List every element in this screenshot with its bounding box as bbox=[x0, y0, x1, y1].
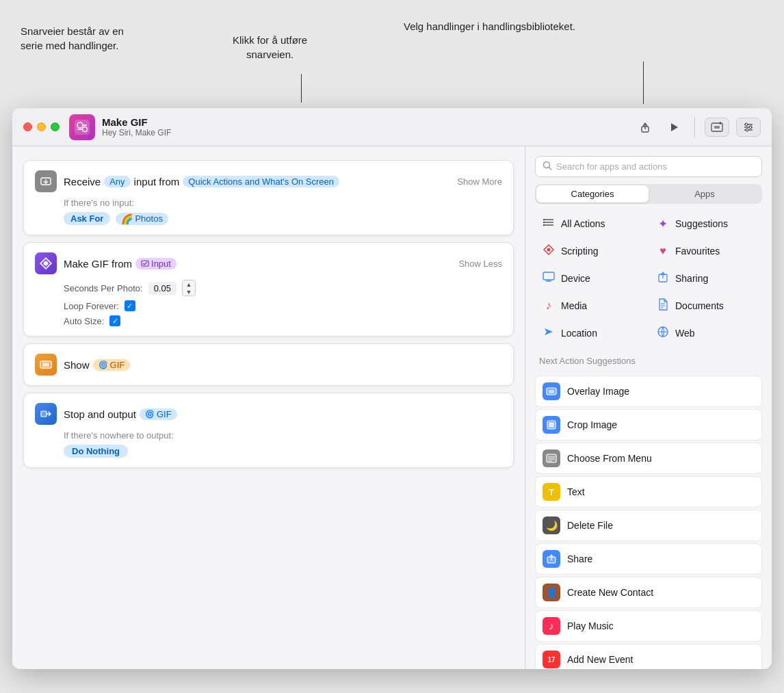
documents-label: Documents bbox=[675, 300, 724, 311]
auto-size-row: Auto Size: ✓ bbox=[64, 315, 502, 326]
show-more-receive[interactable]: Show More bbox=[457, 176, 502, 187]
overlay-image-label: Overlay Image bbox=[567, 386, 629, 397]
svg-rect-21 bbox=[142, 261, 148, 266]
titlebar-actions bbox=[634, 116, 761, 138]
suggestion-share[interactable]: Share bbox=[535, 543, 762, 575]
action-card-make-gif[interactable]: Make GIF from Input Show Less Seconds Pe… bbox=[23, 242, 514, 337]
make-gif-input-chip[interactable]: Input bbox=[135, 258, 177, 270]
svg-marker-7 bbox=[671, 123, 678, 131]
auto-size-label: Auto Size: bbox=[64, 316, 104, 326]
action-card-stop[interactable]: Stop and output 🌀 GIF If there's nowhere… bbox=[23, 393, 514, 468]
show-icon bbox=[35, 354, 57, 376]
tab-bar: Categories Apps bbox=[535, 184, 762, 204]
annotation-center: Klikk for å utføre snarveien. bbox=[233, 33, 307, 62]
annotation-left: Snarveier består av en serie med handlin… bbox=[21, 24, 124, 53]
crop-image-icon bbox=[543, 416, 560, 434]
seconds-stepper[interactable]: ▲ ▼ bbox=[182, 280, 196, 296]
search-bar bbox=[535, 156, 762, 177]
category-documents[interactable]: Documents bbox=[649, 293, 762, 319]
suggestion-overlay-image[interactable]: Overlay Image bbox=[535, 376, 762, 407]
svg-rect-49 bbox=[549, 423, 553, 427]
tab-categories[interactable]: Categories bbox=[536, 185, 649, 202]
category-suggestions[interactable]: ✦ Suggestions bbox=[649, 211, 762, 237]
close-button[interactable] bbox=[23, 122, 32, 131]
scripting-icon bbox=[542, 244, 556, 259]
share-label: Share bbox=[567, 553, 592, 564]
stop-gif-chip[interactable]: 🌀 GIF bbox=[140, 408, 177, 420]
receive-source-chip[interactable]: Quick Actions and What's On Screen bbox=[183, 176, 339, 187]
svg-point-30 bbox=[543, 219, 545, 220]
add-action-toolbar-button[interactable] bbox=[705, 118, 729, 137]
stepper-down[interactable]: ▼ bbox=[183, 288, 195, 296]
content-area: Receive Any input from Quick Actions and… bbox=[12, 146, 772, 669]
suggestion-delete-file[interactable]: 🌙 Delete File bbox=[535, 510, 762, 541]
category-favourites[interactable]: ♥ Favourites bbox=[649, 238, 762, 264]
tab-apps[interactable]: Apps bbox=[649, 185, 761, 202]
app-icon bbox=[69, 114, 95, 140]
delete-file-label: Delete File bbox=[567, 520, 613, 531]
action-card-show[interactable]: Show 🌀 GIF bbox=[23, 343, 514, 386]
sharing-label: Sharing bbox=[675, 273, 708, 284]
svg-point-33 bbox=[547, 248, 551, 252]
media-label: Media bbox=[561, 300, 587, 311]
search-icon bbox=[543, 161, 552, 172]
choose-from-menu-icon bbox=[543, 449, 560, 467]
action-card-receive[interactable]: Receive Any input from Quick Actions and… bbox=[23, 160, 514, 235]
receive-sub: If there's no input: Ask For 🌈 Photos bbox=[35, 198, 502, 225]
suggestion-choose-from-menu[interactable]: Choose From Menu bbox=[535, 443, 762, 474]
arrow-right bbox=[643, 62, 644, 104]
location-label: Location bbox=[561, 328, 597, 339]
suggestions-icon: ✦ bbox=[656, 217, 670, 231]
show-less-make-gif[interactable]: Show Less bbox=[458, 259, 502, 269]
loop-checkbox[interactable]: ✓ bbox=[125, 300, 135, 311]
suggestion-text[interactable]: T Text bbox=[535, 476, 762, 508]
share-sug-icon bbox=[543, 550, 560, 568]
filter-button[interactable] bbox=[736, 118, 761, 137]
category-location[interactable]: Location bbox=[535, 320, 648, 346]
documents-icon bbox=[656, 298, 670, 313]
category-scripting[interactable]: Scripting bbox=[535, 238, 648, 264]
categories-grid: All Actions ✦ Suggestions Scripting bbox=[535, 211, 762, 346]
suggestion-crop-image[interactable]: Crop Image bbox=[535, 409, 762, 441]
category-sharing[interactable]: Sharing bbox=[649, 265, 762, 291]
auto-size-checkbox[interactable]: ✓ bbox=[109, 315, 120, 326]
do-nothing-chip[interactable]: Do Nothing bbox=[64, 445, 128, 458]
play-button[interactable] bbox=[663, 116, 685, 138]
overlay-image-icon bbox=[543, 382, 560, 400]
svg-point-31 bbox=[543, 222, 545, 223]
show-gif-chip[interactable]: 🌀 GIF bbox=[93, 359, 131, 371]
loop-forever-row: Loop Forever: ✓ bbox=[64, 300, 502, 311]
category-web[interactable]: Web bbox=[649, 320, 762, 346]
scripting-label: Scripting bbox=[561, 246, 598, 257]
category-media[interactable]: ♪ Media bbox=[535, 293, 648, 319]
minimize-button[interactable] bbox=[37, 122, 46, 131]
svg-rect-47 bbox=[549, 390, 554, 393]
category-all-actions[interactable]: All Actions bbox=[535, 211, 648, 237]
arrow-center bbox=[301, 74, 302, 103]
play-music-icon: ♪ bbox=[543, 617, 560, 635]
photos-chip[interactable]: 🌈 Photos bbox=[116, 213, 168, 225]
next-action-header: Next Action Suggestions bbox=[535, 353, 762, 369]
right-panel: Categories Apps bbox=[525, 146, 772, 669]
search-input[interactable] bbox=[556, 161, 755, 172]
suggestion-create-contact[interactable]: 👤 Create New Contact bbox=[535, 577, 762, 608]
suggestion-add-event[interactable]: 17 Add New Event bbox=[535, 644, 762, 669]
stepper-up[interactable]: ▲ bbox=[183, 280, 195, 288]
receive-any-chip[interactable]: Any bbox=[104, 176, 130, 187]
ask-for-chip[interactable]: Ask For bbox=[64, 212, 110, 225]
category-device[interactable]: Device bbox=[535, 265, 648, 291]
maximize-button[interactable] bbox=[51, 122, 60, 131]
make-gif-icon bbox=[35, 252, 57, 274]
svg-point-20 bbox=[44, 261, 48, 265]
show-title: Show 🌀 GIF bbox=[64, 359, 502, 371]
stop-sub-row: Do Nothing bbox=[64, 445, 502, 458]
share-button[interactable] bbox=[634, 116, 656, 138]
loop-label: Loop Forever: bbox=[64, 301, 119, 311]
suggestion-play-music[interactable]: ♪ Play Music bbox=[535, 610, 762, 642]
receive-icon bbox=[35, 170, 57, 192]
web-icon bbox=[656, 326, 670, 341]
svg-marker-42 bbox=[545, 328, 553, 335]
make-gif-fields: Seconds Per Photo: 0.05 ▲ ▼ Loop Forever… bbox=[35, 280, 502, 326]
action-header-make-gif: Make GIF from Input Show Less bbox=[35, 252, 502, 274]
media-icon: ♪ bbox=[542, 299, 556, 313]
